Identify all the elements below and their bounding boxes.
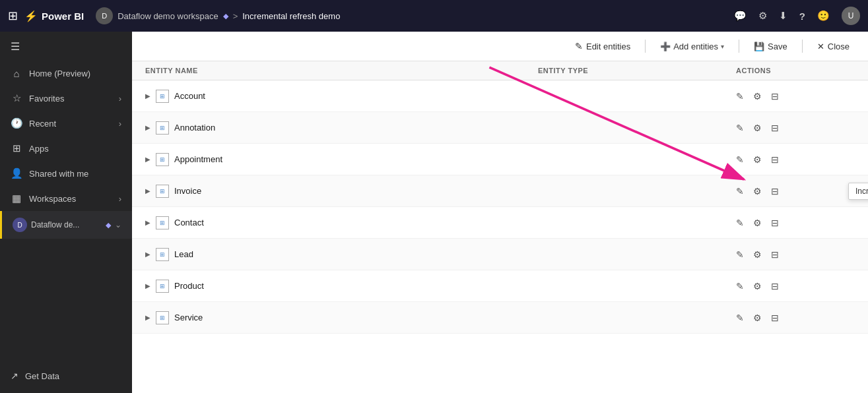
settings-action-icon[interactable]: ⚙ [753,154,762,165]
incremental-refresh-icon[interactable]: ⊟ [771,218,779,228]
main-layout: ☰ ⌂ Home (Preview) ☆ Favorites › 🕐 Recen… [0,32,868,393]
entity-name-label: Lead [174,249,193,259]
expand-icon[interactable]: ▶ [145,314,150,321]
smiley-icon[interactable]: 🙂 [817,10,830,22]
entity-name-label: Appointment [174,154,222,164]
expand-icon[interactable]: ▶ [145,156,150,163]
entity-name-label: Annotation [174,123,215,133]
settings-action-icon[interactable]: ⚙ [753,281,762,291]
sidebar-item-home[interactable]: ⌂ Home (Preview) [0,61,132,86]
current-page-title: Incremental refresh demo [242,11,340,21]
save-icon: 💾 [754,42,764,51]
table-icon: ⊞ [156,185,169,198]
incremental-refresh-icon[interactable]: ⊟ [771,313,779,323]
edit-entities-icon: ✎ [575,41,583,51]
add-entities-icon: ➕ [660,42,671,51]
sidebar-item-shared[interactable]: 👤 Shared with me [0,161,132,186]
close-label: Close [828,42,850,51]
save-button[interactable]: 💾 Save [749,39,793,54]
expand-icon[interactable]: ▶ [145,187,150,195]
sidebar-item-favorites[interactable]: ☆ Favorites › [0,86,132,111]
table-row: ▶ ⊞ Product ✎ ⚙ ⊟ [132,270,868,302]
settings-action-icon[interactable]: ⚙ [753,218,762,228]
edit-query-icon[interactable]: ✎ [736,313,744,323]
edit-query-icon[interactable]: ✎ [736,186,744,196]
entity-name-label: Invoice [174,186,201,196]
content-area: ✎ Edit entities ➕ Add entities ▾ 💾 Save … [132,32,868,393]
close-button[interactable]: ✕ Close [812,39,855,54]
download-icon[interactable]: ⬇ [779,10,787,22]
sidebar-item-dataflow[interactable]: D Dataflow de... ◆ ⌄ [0,211,132,239]
edit-query-icon[interactable]: ✎ [736,249,744,260]
incremental-refresh-icon[interactable]: ⊟ [771,186,779,196]
row-name-contact: ▶ ⊞ Contact [145,216,538,229]
workspace-name[interactable]: Dataflow demo workspace [117,11,218,21]
chat-icon[interactable]: 💬 [734,10,747,22]
add-entities-button[interactable]: ➕ Add entities ▾ [655,39,729,54]
expand-icon[interactable]: ▶ [145,251,150,258]
expand-icon[interactable]: ▶ [145,282,150,289]
settings-action-icon[interactable]: ⚙ [753,186,762,196]
sidebar-bottom: ↗ Get Data [0,359,132,393]
row-name-annotation: ▶ ⊞ Annotation [145,121,538,135]
dataflow-chevron-icon: ⌄ [115,220,121,229]
table-row: ▶ ⊞ Contact ✎ ⚙ ⊟ [132,207,868,239]
star-icon: ☆ [11,92,22,104]
edit-query-icon[interactable]: ✎ [736,91,744,102]
incremental-refresh-icon[interactable]: ⊟ [771,123,779,133]
table-icon: ⊞ [156,216,169,229]
get-data-button[interactable]: ↗ Get Data [11,367,121,385]
settings-action-icon[interactable]: ⚙ [753,313,762,323]
dataflow-diamond-icon: ◆ [106,221,111,229]
toolbar-divider3 [802,40,803,53]
edit-query-icon[interactable]: ✎ [736,123,744,133]
diamond-icon: ◆ [223,12,228,20]
sidebar-item-label: Favorites [29,94,112,104]
table-icon: ⊞ [156,121,169,135]
settings-action-icon[interactable]: ⚙ [753,249,762,260]
help-icon[interactable]: ? [799,11,805,22]
settings-action-icon[interactable]: ⚙ [753,123,762,133]
get-data-icon: ↗ [11,371,18,381]
lightning-icon: ⚡ [24,10,38,22]
col-entity-name: ENTITY NAME [145,67,538,75]
sidebar-item-workspaces[interactable]: ▦ Workspaces › [0,186,132,211]
settings-action-icon[interactable]: ⚙ [753,91,762,102]
sidebar-item-label: Recent [29,119,112,129]
table-row: ▶ ⊞ Appointment ✎ ⚙ ⊟ [132,144,868,175]
table-row: ▶ ⊞ Service ✎ ⚙ ⊟ [132,302,868,334]
app-logo: ⚡ Power BI [24,10,84,22]
dataflow-label: Dataflow de... [31,220,102,229]
table-icon: ⊞ [156,90,169,103]
edit-query-icon[interactable]: ✎ [736,281,744,291]
sidebar-toggle[interactable]: ☰ [0,32,132,61]
sidebar-item-recent[interactable]: 🕐 Recent › [0,111,132,136]
incremental-refresh-icon[interactable]: ⊟ [771,91,779,102]
col-actions: ACTIONS [736,67,855,75]
add-entities-chevron-icon: ▾ [721,43,724,50]
expand-icon[interactable]: ▶ [145,124,150,131]
incremental-refresh-icon[interactable]: ⊟ [771,249,779,260]
expand-icon[interactable]: ▶ [145,219,150,226]
row-name-lead: ▶ ⊞ Lead [145,248,538,261]
edit-entities-button[interactable]: ✎ Edit entities [570,38,636,54]
edit-query-icon[interactable]: ✎ [736,218,744,228]
row-name-invoice: ▶ ⊞ Invoice [145,185,538,198]
settings-icon[interactable]: ⚙ [758,10,767,22]
edit-query-icon[interactable]: ✎ [736,154,744,165]
table-row: ▶ ⊞ Annotation ✎ ⚙ ⊟ [132,112,868,144]
row-name-appointment: ▶ ⊞ Appointment [145,153,538,166]
row-name-product: ▶ ⊞ Product [145,280,538,293]
sidebar-item-apps[interactable]: ⊞ Apps [0,136,132,161]
entity-name-label: Service [174,313,203,322]
home-icon: ⌂ [11,68,22,79]
incremental-refresh-icon[interactable]: ⊟ [771,281,779,291]
row-name-account: ▶ ⊞ Account [145,90,538,103]
expand-icon[interactable]: ▶ [145,92,150,100]
app-name: Power BI [42,11,84,22]
user-avatar[interactable]: U [842,7,860,25]
table-row: ▶ ⊞ Lead ✎ ⚙ ⊟ [132,239,868,270]
apps-icon: ⊞ [11,142,22,154]
incremental-refresh-icon[interactable]: ⊟ [771,154,779,165]
waffle-icon[interactable]: ⊞ [8,9,18,23]
